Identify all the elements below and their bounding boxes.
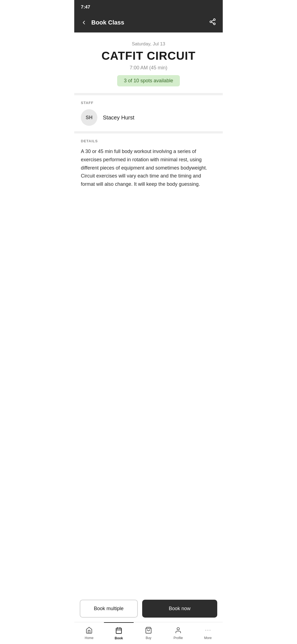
header: Book Class	[74, 14, 223, 32]
staff-section: STAFF SH Stacey Hurst	[74, 95, 223, 133]
class-info-section: Saturday, Jul 13 CATFIT CIRCUIT 7:00 AM …	[74, 32, 223, 95]
home-icon	[86, 627, 93, 635]
book-icon	[115, 627, 122, 635]
profile-label: Profile	[174, 636, 183, 640]
status-bar: 7:47	[74, 0, 223, 14]
class-date: Saturday, Jul 13	[81, 41, 216, 47]
svg-point-12	[208, 630, 208, 630]
staff-name: Stacey Hurst	[103, 114, 134, 121]
buy-label: Buy	[146, 636, 152, 640]
page-title: Book Class	[91, 19, 124, 26]
share-button[interactable]	[208, 17, 217, 28]
staff-avatar: SH	[81, 109, 97, 126]
nav-home[interactable]: Home	[74, 622, 104, 644]
book-multiple-button[interactable]: Book multiple	[80, 600, 138, 618]
nav-more[interactable]: More	[193, 622, 223, 644]
spots-badge: 3 of 10 spots available	[117, 75, 180, 86]
staff-item: SH Stacey Hurst	[81, 109, 216, 126]
staff-section-label: STAFF	[81, 101, 216, 105]
book-now-button[interactable]: Book now	[142, 600, 217, 618]
svg-line-4	[211, 20, 213, 21]
buy-icon	[145, 627, 152, 635]
svg-point-11	[205, 630, 206, 630]
svg-point-13	[210, 630, 210, 630]
svg-point-10	[177, 627, 180, 630]
more-icon	[204, 627, 211, 635]
home-label: Home	[85, 636, 94, 640]
nav-profile[interactable]: Profile	[163, 622, 193, 644]
details-section-label: DETAILS	[81, 139, 216, 143]
class-name: CATFIT CIRCUIT	[81, 50, 216, 62]
svg-rect-5	[116, 628, 122, 634]
more-label: More	[204, 636, 211, 640]
header-left: Book Class	[80, 18, 124, 27]
bottom-nav: Home Book Buy	[74, 622, 223, 644]
profile-icon	[175, 627, 182, 635]
book-label: Book	[115, 636, 123, 640]
bottom-buttons: Book multiple Book now	[74, 595, 223, 622]
back-button[interactable]	[80, 18, 88, 27]
nav-buy[interactable]: Buy	[134, 622, 163, 644]
details-section: DETAILS A 30 or 45 min full body workout…	[74, 133, 223, 196]
main-content: Saturday, Jul 13 CATFIT CIRCUIT 7:00 AM …	[74, 32, 223, 240]
status-time: 7:47	[81, 4, 90, 10]
nav-book[interactable]: Book	[104, 622, 134, 644]
class-time: 7:00 AM (45 min)	[81, 65, 216, 71]
details-text: A 30 or 45 min full body workout involvi…	[81, 148, 216, 188]
svg-line-3	[211, 22, 213, 23]
